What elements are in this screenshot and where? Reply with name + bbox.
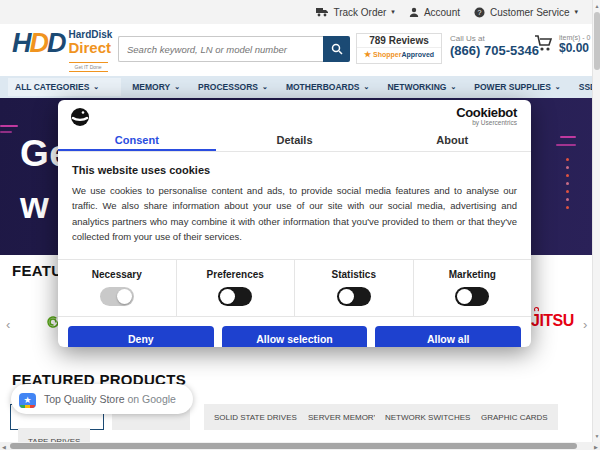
nav-processors[interactable]: PROCESSORS⌄ xyxy=(191,78,275,96)
server-led xyxy=(566,182,569,185)
cart-meta: item(s) - 0 $0.00 xyxy=(559,34,591,55)
reviews-widget[interactable]: 789 Reviews ★ ShopperApproved xyxy=(356,33,442,64)
nav-power-supplies[interactable]: POWER SUPPLIES⌄ xyxy=(467,78,567,96)
hero-light-streak xyxy=(560,136,576,138)
toggle-preferences[interactable] xyxy=(218,287,252,306)
horizontal-scroll-thumb[interactable] xyxy=(10,443,577,449)
logo-name-bottom: Direct xyxy=(69,40,113,55)
scroll-right-icon[interactable]: ▶ xyxy=(592,443,600,450)
chevron-down-icon: ⌄ xyxy=(174,83,180,91)
hero-light-streak xyxy=(556,144,576,146)
hero-light-streak xyxy=(0,131,12,133)
consent-col-marketing: Marketing xyxy=(413,260,532,316)
toggle-necessary xyxy=(100,287,134,306)
consent-label: Necessary xyxy=(58,269,176,280)
carousel-prev-icon[interactable]: ‹ xyxy=(6,317,10,332)
logo-mark: HDD xyxy=(12,30,65,57)
cookiebot-brand: Cookiebot by Usercentrics xyxy=(456,105,517,126)
scroll-left-icon[interactable]: ◀ xyxy=(0,443,8,450)
horizontal-scrollbar[interactable]: ◀ ▶ xyxy=(0,442,600,450)
account-label: Account xyxy=(424,7,460,18)
google-shopping-bag-icon: ★ xyxy=(19,391,36,408)
hero-light-streak xyxy=(0,125,18,127)
chevron-down-icon: ▾ xyxy=(391,8,395,16)
chevron-down-icon: ⌄ xyxy=(450,83,456,91)
server-led xyxy=(566,174,569,177)
search-bar xyxy=(118,36,350,62)
consent-label: Preferences xyxy=(177,269,295,280)
category-navbar: ALL CATEGORIES⌄ MEMORY⌄ PROCESSORS⌄ MOTH… xyxy=(0,76,592,98)
svg-text:?: ? xyxy=(478,9,482,16)
cookiebot-wordmark: Cookiebot xyxy=(456,105,517,120)
carousel-next-icon[interactable]: › xyxy=(583,317,587,332)
cookiebot-cookie-icon xyxy=(70,107,90,127)
cookie-consent-dialog: Cookiebot by Usercentrics Consent Detail… xyxy=(58,100,531,347)
question-circle-icon: ? xyxy=(474,7,485,18)
vertical-scrollbar[interactable]: ▲ ▼ xyxy=(592,0,600,442)
nav-memory[interactable]: MEMORY⌄ xyxy=(125,78,187,96)
scroll-up-icon[interactable]: ▲ xyxy=(593,2,600,10)
cart-total: $0.00 xyxy=(559,41,591,55)
track-order-label: Track Order xyxy=(333,7,386,18)
cookie-dialog-title: This website uses cookies xyxy=(72,164,517,176)
call-us-label: Call Us at xyxy=(450,34,539,43)
call-us-block: Call Us at (866) 705-5346 xyxy=(450,34,539,58)
server-led xyxy=(566,158,569,161)
tab-consent[interactable]: Consent xyxy=(58,130,216,151)
fujitsu-logo[interactable]: JITSU xyxy=(531,312,574,330)
cookie-dialog-actions: Deny Allow selection Allow all xyxy=(58,317,531,348)
customer-service-label: Customer Service xyxy=(490,7,569,18)
logo-tagline: Get IT Done xyxy=(69,62,108,72)
cookie-dialog-description: We use cookies to personalise content an… xyxy=(72,183,517,245)
vertical-scroll-thumb[interactable] xyxy=(594,12,600,70)
google-top-quality-store-badge[interactable]: ★ Top Quality Store on Google xyxy=(11,384,193,414)
chevron-down-icon: ⌄ xyxy=(364,83,370,91)
shopper-approved-logo: ★ ShopperApproved xyxy=(357,48,441,59)
chevron-down-icon: ⌄ xyxy=(555,83,561,91)
category-tab-network-switches[interactable]: NETWORK SWITCHES xyxy=(375,404,480,430)
customer-service-menu[interactable]: ? Customer Service ▾ xyxy=(474,7,578,18)
server-led xyxy=(566,166,569,169)
category-tab-solid-state-drives[interactable]: SOLID STATE DRIVES xyxy=(204,404,307,430)
logo-text: HardDisk Direct Get IT Done xyxy=(69,30,113,73)
toggle-marketing[interactable] xyxy=(455,287,489,306)
cookie-dialog-tabs: Consent Details About xyxy=(58,130,531,152)
consent-col-preferences: Preferences xyxy=(176,260,295,316)
phone-number[interactable]: (866) 705-5346 xyxy=(450,43,539,58)
chevron-down-icon: ▾ xyxy=(574,8,578,16)
account-link[interactable]: Account xyxy=(409,7,460,18)
search-icon xyxy=(331,43,343,55)
allow-all-button[interactable]: Allow all xyxy=(375,326,521,348)
deny-button[interactable]: Deny xyxy=(68,326,214,348)
toggle-statistics[interactable] xyxy=(337,287,371,306)
star-icon: ★ xyxy=(364,50,371,59)
consent-categories: Necessary Preferences Statistics Marketi… xyxy=(58,259,531,317)
chevron-down-icon: ⌄ xyxy=(93,83,99,91)
person-icon xyxy=(409,7,419,17)
truck-icon xyxy=(316,7,328,17)
search-button[interactable] xyxy=(323,36,350,62)
tab-about[interactable]: About xyxy=(373,130,531,151)
nav-motherboards[interactable]: MOTHERBOARDS⌄ xyxy=(279,78,377,96)
nav-all-categories[interactable]: ALL CATEGORIES⌄ xyxy=(8,78,121,96)
cart-widget[interactable]: item(s) - 0 $0.00 xyxy=(534,34,591,55)
server-led xyxy=(566,198,569,201)
tab-details[interactable]: Details xyxy=(216,130,374,151)
search-input[interactable] xyxy=(118,36,323,62)
consent-label: Marketing xyxy=(414,269,532,280)
nav-networking[interactable]: NETWORKING⌄ xyxy=(380,78,463,96)
consent-col-necessary: Necessary xyxy=(58,260,176,316)
allow-selection-button[interactable]: Allow selection xyxy=(222,326,368,348)
chevron-down-icon: ⌄ xyxy=(262,83,268,91)
google-badge-text: Top Quality Store on Google xyxy=(44,393,176,405)
utility-topbar: Track Order ▾ Account ? Customer Service… xyxy=(0,0,592,24)
site-logo[interactable]: HDD HardDisk Direct Get IT Done xyxy=(12,30,112,73)
cart-items-count: item(s) - 0 xyxy=(559,34,591,41)
server-led xyxy=(566,206,569,209)
track-order-menu[interactable]: Track Order ▾ xyxy=(316,7,394,18)
category-tab-graphic-cards[interactable]: GRAPHIC CARDS xyxy=(471,404,558,430)
cookie-dialog-body: This website uses cookies We use cookies… xyxy=(58,152,531,253)
cookie-dialog-header: Cookiebot by Usercentrics xyxy=(58,100,531,130)
cart-icon xyxy=(534,34,554,52)
scroll-down-icon[interactable]: ▼ xyxy=(593,432,600,440)
